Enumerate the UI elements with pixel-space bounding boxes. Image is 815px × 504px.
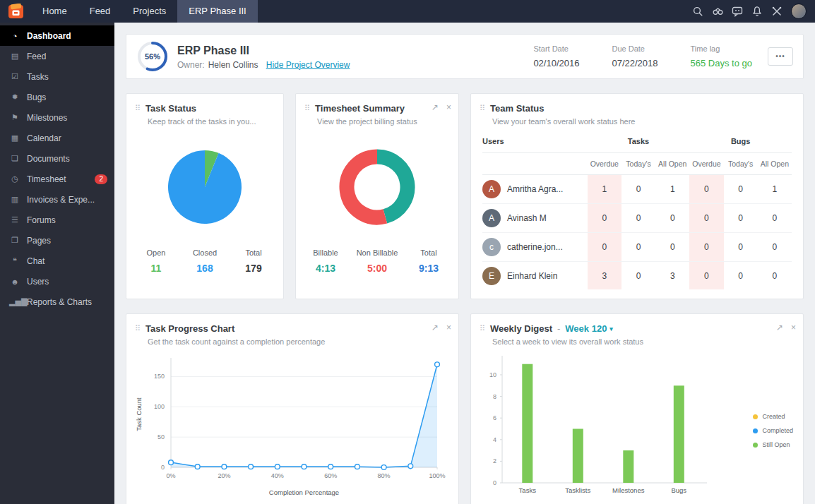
expand-icon[interactable]: ↗ xyxy=(776,323,783,332)
subheader-overdue: Overdue xyxy=(689,153,723,175)
svg-text:4: 4 xyxy=(493,436,496,443)
user-cell: ccatherine.jon... xyxy=(482,233,588,262)
count-cell: 0 xyxy=(655,233,689,262)
user-cell: AAmritha Agra... xyxy=(482,175,588,204)
owner-label: Owner: xyxy=(177,60,205,70)
sidebar-item-pages[interactable]: ❐Pages xyxy=(0,230,114,251)
user-link[interactable]: ccatherine.jon... xyxy=(482,238,588,256)
hide-overview-link[interactable]: Hide Project Overview xyxy=(266,60,350,70)
count-cell: 0 xyxy=(621,262,655,290)
user-avatar: A xyxy=(482,180,501,198)
data-point[interactable] xyxy=(328,464,333,469)
bar-bugs[interactable] xyxy=(674,385,684,483)
bugs-icon: ✹ xyxy=(9,92,20,102)
drag-handle-icon[interactable]: ⠿ xyxy=(480,324,485,333)
data-point[interactable] xyxy=(222,464,227,469)
sidebar-item-dashboard[interactable]: ◔Dashboard xyxy=(0,25,114,46)
feedback-icon[interactable] xyxy=(727,0,747,23)
data-point[interactable] xyxy=(408,464,413,469)
data-point[interactable] xyxy=(302,464,307,469)
legend-label: Open xyxy=(142,248,170,257)
legend-value: 168 xyxy=(191,263,219,274)
count-cell: 0 xyxy=(588,233,621,262)
nav-projects[interactable]: Projects xyxy=(121,0,177,23)
count-cell: 0 xyxy=(621,204,655,233)
bar-tasklists[interactable] xyxy=(573,429,583,484)
sidebar-item-timesheet[interactable]: ◷Timesheet2 xyxy=(0,169,114,189)
svg-text:150: 150 xyxy=(154,373,165,380)
svg-text:20%: 20% xyxy=(218,472,230,479)
sidebar-item-forums[interactable]: ☰Forums xyxy=(0,210,114,230)
bar-milestones[interactable] xyxy=(623,450,633,483)
data-point[interactable] xyxy=(381,465,386,470)
feed-icon: ▤ xyxy=(9,52,20,61)
nav-erp-phase-iii[interactable]: ERP Phase III xyxy=(177,0,257,23)
column-header-tasks: Tasks xyxy=(588,128,690,153)
sidebar-item-reports-charts[interactable]: ▂▅▇Reports & Charts xyxy=(0,292,114,312)
timesheet-legend: Billable4:13Non Billable5:00Total9:13 xyxy=(296,248,458,274)
user-link[interactable]: AAvinash M xyxy=(482,209,588,227)
search-icon[interactable] xyxy=(688,0,708,23)
expand-icon[interactable]: ↗ xyxy=(432,323,439,332)
expand-icon[interactable]: ↗ xyxy=(432,102,439,112)
explore-icon[interactable] xyxy=(708,0,727,23)
notifications-icon[interactable] xyxy=(747,0,767,23)
documents-icon: ❏ xyxy=(9,154,20,163)
team-row-catherine-jon: ccatherine.jon...000000 xyxy=(482,233,792,262)
pie-slice-closed xyxy=(168,150,242,224)
sidebar-item-invoices-expe[interactable]: ▥Invoices & Expe... xyxy=(0,189,114,210)
legend-item-total: Total9:13 xyxy=(415,248,443,274)
card-subtitle: View the project billing status xyxy=(317,117,448,126)
due-date-value: 07/22/2018 xyxy=(612,58,658,68)
svg-text:0: 0 xyxy=(161,464,165,471)
app-logo[interactable] xyxy=(7,3,25,20)
drag-handle-icon[interactable]: ⠿ xyxy=(135,104,141,113)
close-icon[interactable]: × xyxy=(791,323,796,332)
tools-icon[interactable] xyxy=(767,0,787,23)
sidebar-item-chat[interactable]: ❝Chat xyxy=(0,251,114,271)
data-point[interactable] xyxy=(169,460,174,465)
legend-value: 4:13 xyxy=(311,263,340,274)
sidebar-item-calendar[interactable]: ▦Calendar xyxy=(0,128,114,148)
sidebar-item-milestones[interactable]: ⚑Milestones xyxy=(0,107,114,128)
drag-handle-icon[interactable]: ⠿ xyxy=(480,104,485,113)
sidebar-item-bugs[interactable]: ✹Bugs xyxy=(0,87,114,107)
svg-text:100: 100 xyxy=(154,403,165,410)
svg-text:8: 8 xyxy=(493,393,496,400)
data-point[interactable] xyxy=(275,464,280,469)
sidebar-item-feed[interactable]: ▤Feed xyxy=(0,46,114,66)
user-cell: AAvinash M xyxy=(482,204,588,233)
sidebar-item-documents[interactable]: ❏Documents xyxy=(0,148,114,169)
team-row-amritha-agra: AAmritha Agra...101001 xyxy=(482,175,792,204)
notification-badge: 2 xyxy=(95,174,107,184)
data-point[interactable] xyxy=(435,362,440,367)
user-avatar[interactable] xyxy=(791,4,807,19)
drag-handle-icon[interactable]: ⠿ xyxy=(304,104,310,113)
close-icon[interactable]: × xyxy=(446,102,451,112)
bar-tasks[interactable] xyxy=(522,364,533,483)
drag-handle-icon[interactable]: ⠿ xyxy=(135,324,141,333)
sidebar-item-label: Tasks xyxy=(27,72,49,82)
data-point[interactable] xyxy=(355,464,360,469)
more-options-button[interactable]: ••• xyxy=(768,47,793,66)
legend-value: 179 xyxy=(239,263,268,274)
sidebar-item-label: Milestones xyxy=(27,113,67,123)
close-icon[interactable]: × xyxy=(446,323,451,332)
user-link[interactable]: AAmritha Agra... xyxy=(482,180,588,198)
count-cell: 1 xyxy=(655,175,689,204)
data-point[interactable] xyxy=(249,464,254,469)
nav-feed[interactable]: Feed xyxy=(78,0,122,23)
count-cell: 0 xyxy=(621,233,655,262)
sidebar-item-users[interactable]: ☻Users xyxy=(0,271,114,292)
nav-home[interactable]: Home xyxy=(31,0,78,23)
legend-value: 5:00 xyxy=(357,263,398,274)
data-point[interactable] xyxy=(195,464,200,469)
sidebar-item-label: Chat xyxy=(27,256,44,266)
sidebar-item-tasks[interactable]: ☑Tasks xyxy=(0,66,114,87)
legend-label: Completed xyxy=(762,427,793,434)
svg-text:Tasklists: Tasklists xyxy=(565,486,590,494)
subheader-all-open: All Open xyxy=(655,153,689,175)
week-selector[interactable]: Week 120 ▾ xyxy=(565,323,613,334)
svg-text:0: 0 xyxy=(493,479,496,486)
user-link[interactable]: EEinhard Klein xyxy=(482,267,588,285)
